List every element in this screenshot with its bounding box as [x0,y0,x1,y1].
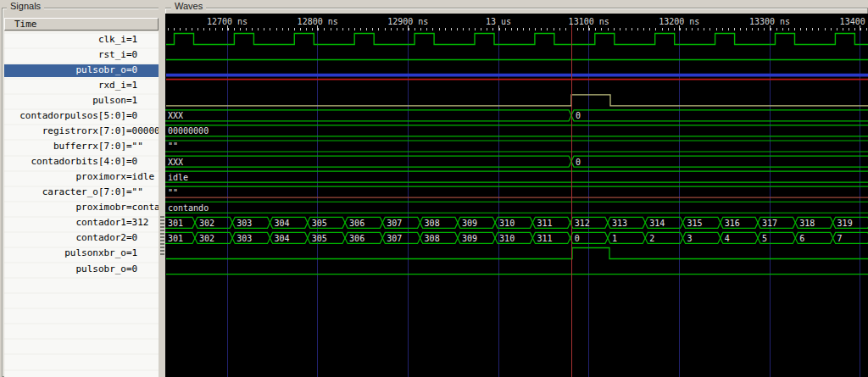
signal-row-proximobr[interactable]: proximobr=contando [4,202,159,214]
signal-value: =0 [126,49,137,60]
bus-value-label: 301 [168,234,183,243]
signal-name: rxd_i [4,80,126,91]
panel-splitter[interactable] [159,8,165,377]
signal-row-rst_i[interactable]: rst_i=0 [4,49,159,62]
bus-value-label: 0 [575,234,580,243]
signal-row-clk_i[interactable]: clk_i=1 [4,34,159,47]
ruler-label: 12900 ns [387,17,428,26]
bus-value-label: 309 [462,219,477,228]
signal-row-contadorpulsos[5:0][interactable]: contadorpulsos[5:0]=0 [4,110,159,123]
signal-name: contador1 [4,217,126,228]
bus-value-label: 303 [236,234,252,243]
signal-value: =312 [126,217,149,228]
bus-value-label: 301 [168,219,183,228]
splitter-grip-icon[interactable] [160,216,164,257]
signal-name: contadorbits[4:0] [4,156,126,167]
signal-value: =0 [126,232,137,243]
ruler-label: 12700 ns [207,17,248,26]
bus-value-label: 302 [199,234,214,243]
bus-value-label: 312 [575,219,590,228]
signal-name: clk_i [4,34,126,45]
bus-value-label: 319 [837,219,853,228]
bus-value-label: 310 [499,219,515,228]
signal-value: =1 [126,34,137,45]
signal-value: =0 [126,110,137,121]
bus-value-label: 315 [687,219,703,228]
signal-row-pulsobr_o[interactable]: pulsobr_o=0 [4,64,159,77]
bus-value-label: 314 [649,219,665,228]
signal-name: pulsobr_o [4,64,126,75]
bus-value-label: 311 [537,234,552,243]
bus-value-label: 308 [425,234,440,243]
ruler-label: 13300 ns [749,17,790,26]
bus-value-label: idle [168,173,188,182]
gtkwave-window: Signals Waves Time clk_i=1rst_i=0pulsobr… [0,0,868,377]
bus-value-label: 305 [312,219,327,228]
bus-value-label: 304 [275,219,290,228]
bus-value-label: XXX [168,111,183,120]
bus-value-label: 4 [725,234,730,243]
bus-value-label: 308 [425,219,440,228]
bus-value-label: 306 [349,219,364,228]
signals-panel-title: Signals [7,1,44,11]
ruler-label: 13200 ns [659,17,699,26]
ruler-label: 12800 ns [298,17,338,26]
bus-value-label: 316 [725,219,740,228]
signal-name: caracter_o[7:0] [4,186,126,197]
bus-value-label: 307 [387,219,402,228]
signal-row-pulson[interactable]: pulson=1 [4,95,159,108]
signal-row-contador1[interactable]: contador1=312 [4,217,159,230]
bus-value-label: 313 [612,219,627,228]
signal-row-contadorbits[4:0][interactable]: contadorbits[4:0]=0 [4,156,159,169]
bus-value-label: 3 [687,234,693,243]
bus-value-label: 307 [387,234,402,243]
bus-value-label: 0 [576,111,581,120]
bus-value-label: 304 [275,234,290,243]
bus-value-label: 6 [799,234,804,243]
signal-name: contador2 [4,232,126,243]
signal-value: ="" [126,186,143,197]
bus-value-label: contando [168,203,209,213]
signal-value: =0 [126,156,137,167]
signal-row-proximorx[interactable]: proximorx=idle [4,171,159,184]
bus-value-label: 5 [762,234,767,243]
bus-value-label: 00000000 [168,126,209,136]
wave-background [164,14,868,377]
bus-value-label: 302 [199,219,214,228]
signal-row-caracter_o[7:0][interactable]: caracter_o[7:0]="" [4,186,159,199]
signal-name: rst_i [4,49,126,60]
bus-value-label: 7 [837,234,843,243]
signal-row-registrorx[7:0][interactable]: registrorx[7:0]=00000000 [4,125,159,138]
signal-name: registrorx[7:0] [4,125,126,136]
ruler-label: 13 us [486,17,511,26]
signal-value: =idle [126,171,154,182]
signal-name: proximorx [4,171,126,182]
signal-name: pulsobr_o [4,263,126,274]
time-column-header: Time [4,18,159,30]
bus-value-label: 0 [576,158,581,167]
signal-row-rxd_i[interactable]: rxd_i=1 [4,80,159,92]
bus-value-label: 318 [799,219,815,228]
signal-name: bufferrx[7:0] [4,141,126,152]
signal-value: =1 [126,80,137,91]
bus-value-label: "" [168,141,178,151]
signal-name: proximobr [4,202,126,213]
bus-value-label: 311 [537,219,552,228]
signal-row-bufferrx[7:0][interactable]: bufferrx[7:0]="" [4,141,159,153]
signal-value: =0 [126,64,137,75]
signal-value: =0 [126,263,137,274]
signal-value: =contando [126,202,159,213]
signal-list[interactable]: clk_i=1rst_i=0pulsobr_o=0rxd_i=1pulson=1… [4,31,159,377]
signal-name: pulson [4,95,126,106]
bus-value-label: XXX [168,158,183,167]
signal-row-contador2[interactable]: contador2=0 [4,232,159,245]
bus-value-label: 1 [612,234,617,243]
signal-name: pulsonxbr_o [4,247,126,258]
ruler-label: 13400 ns [840,17,868,26]
signal-value: =1 [126,247,137,258]
signal-value: =1 [126,95,137,106]
signal-row-pulsobr_o[interactable]: pulsobr_o=0 [4,263,159,276]
signal-row-pulsonxbr_o[interactable]: pulsonxbr_o=1 [4,247,159,260]
signal-value: ="" [126,141,143,152]
bus-value-label: "" [168,188,178,197]
